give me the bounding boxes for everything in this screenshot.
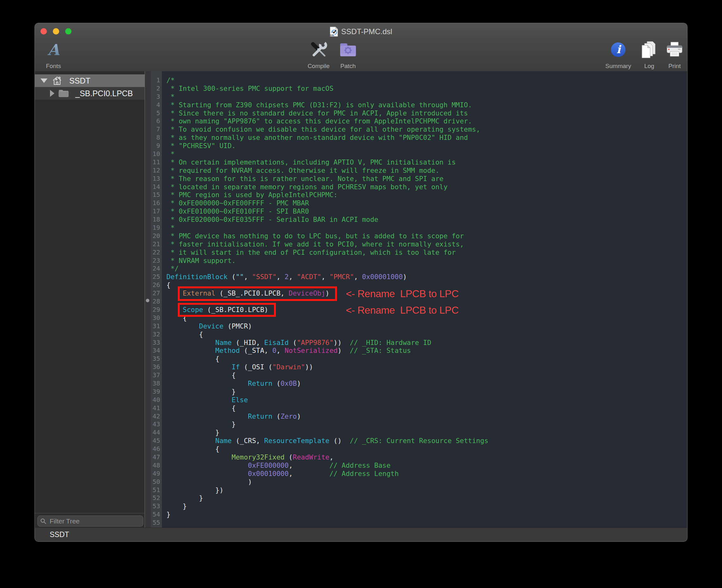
line-number: 23 <box>151 257 162 265</box>
code-line[interactable]: * <box>166 224 687 232</box>
code-line[interactable]: { <box>166 330 687 339</box>
line-number: 38 <box>151 379 162 388</box>
line-number: 31 <box>151 322 162 330</box>
code-line[interactable]: * located in separate memory regions and… <box>166 183 687 191</box>
line-number: 17 <box>151 207 162 215</box>
code-line[interactable]: * On certain implementations, including … <box>166 158 687 166</box>
code-line[interactable]: } <box>166 420 687 428</box>
line-number: 14 <box>151 183 162 191</box>
line-number: 53 <box>151 502 162 510</box>
toolbar-label: Patch <box>340 63 356 69</box>
line-number: 46 <box>151 445 162 453</box>
code-line[interactable]: * Starting from Z390 chipsets PMC (D31:F… <box>166 101 687 109</box>
code-line[interactable]: * PMC device has nothing to do to LPC bu… <box>166 232 687 240</box>
code-line[interactable]: { <box>166 445 687 453</box>
code-line[interactable]: * 0xFE010000~0xFE010FFF - SPI BAR0 <box>166 207 687 215</box>
code-line[interactable]: Device (PMCR) <box>166 322 687 330</box>
line-number: 32 <box>151 330 162 339</box>
code-line[interactable]: DefinitionBlock ("", "SSDT", 2, "ACDT", … <box>166 273 687 281</box>
toolbar-patch-button[interactable]: Patch <box>326 40 370 69</box>
code-line[interactable]: 0xFE000000, // Address Base <box>166 461 687 470</box>
code-line[interactable]: * 0xFE020000~0xFE035FFF - SerialIo BAR i… <box>166 215 687 224</box>
line-number: 39 <box>151 388 162 396</box>
minimize-button[interactable] <box>53 28 59 35</box>
line-number: 15 <box>151 191 162 199</box>
code-line[interactable]: If (_OSI ("Darwin")) <box>166 363 687 371</box>
line-number: 16 <box>151 199 162 207</box>
code-line[interactable]: * it will start in the end of PCI config… <box>166 248 687 257</box>
code-line[interactable]: ) <box>166 478 687 486</box>
code-line[interactable]: } <box>166 428 687 437</box>
code-line[interactable]: * <box>166 150 687 158</box>
line-number: 19 <box>151 224 162 232</box>
code-line[interactable]: Method (_STA, 0, NotSerialized) // _STA:… <box>166 346 687 355</box>
code-line[interactable]: /* <box>166 76 687 84</box>
line-number: 8 <box>151 133 162 142</box>
toolbar-fonts-button[interactable]: A Fonts <box>35 40 76 69</box>
code-line[interactable]: * The reason for this is rather unclear.… <box>166 175 687 183</box>
close-button[interactable] <box>41 28 47 35</box>
code-line[interactable]: Return (0x0B) <box>166 379 687 388</box>
tree-item-ssdt[interactable]: SSDT <box>35 75 145 87</box>
code-line[interactable] <box>166 519 687 527</box>
tree-item-label: SSDT <box>69 76 90 85</box>
code-line[interactable]: Else <box>166 396 687 404</box>
disclosure-open-icon[interactable] <box>41 79 47 83</box>
line-number: 42 <box>151 412 162 421</box>
status-bar: SSDT <box>35 528 687 542</box>
line-number: 40 <box>151 396 162 404</box>
line-number: 50 <box>151 478 162 486</box>
line-number: 48 <box>151 461 162 470</box>
gutter-numbers: 1234567891011121314151617181920212223242… <box>151 71 162 528</box>
code-line[interactable]: { <box>166 404 687 412</box>
code-line[interactable]: { <box>166 371 687 379</box>
line-number: 11 <box>151 158 162 166</box>
filter-tree-box <box>37 516 143 527</box>
window-title-group: DSL SSDT-PMC.dsl <box>330 26 392 37</box>
line-number: 54 <box>151 510 162 519</box>
search-icon <box>40 518 46 524</box>
code-line[interactable]: * as they normally use another non-stand… <box>166 133 687 142</box>
info-icon: i <box>610 40 626 59</box>
code-line[interactable]: * PMC region is used by AppleIntelPCHPMC… <box>166 191 687 199</box>
line-number: 12 <box>151 166 162 175</box>
code-line[interactable]: * 0xFE000000~0xFE00FFFF - PMC MBAR <box>166 199 687 207</box>
code-line[interactable]: * To avoid confusion we disable this dev… <box>166 125 687 133</box>
tree-item-sb-pci0-lpcb[interactable]: _SB.PCI0.LPCB <box>35 87 145 100</box>
toolbar-label: Print <box>668 63 681 69</box>
line-number: 18 <box>151 215 162 224</box>
code-line[interactable]: Name (_HID, EisaId ("APP9876")) // _HID:… <box>166 339 687 347</box>
code-line[interactable]: } <box>166 510 687 519</box>
line-number: 35 <box>151 355 162 363</box>
code-line[interactable]: * NVRAM support. <box>166 257 687 265</box>
code-line[interactable]: * Since there is no standard device for … <box>166 109 687 118</box>
disclosure-closed-icon[interactable] <box>50 90 55 97</box>
code-line[interactable]: } <box>166 494 687 502</box>
code-line[interactable]: * <box>166 93 687 101</box>
code-line[interactable]: Name (_CRS, ResourceTemplate () // _CRS:… <box>166 437 687 445</box>
filter-tree-input[interactable] <box>49 517 141 525</box>
code-line[interactable]: Memory32Fixed (ReadWrite, <box>166 453 687 461</box>
code-line[interactable]: } <box>166 502 687 510</box>
line-number: 34 <box>151 346 162 355</box>
line-number: 52 <box>151 494 162 502</box>
code-line[interactable]: 0x00010000, // Address Length <box>166 470 687 478</box>
code-line[interactable]: Return (Zero) <box>166 412 687 421</box>
code-line[interactable]: * required for NVRAM access. Otherwise i… <box>166 166 687 175</box>
line-number: 24 <box>151 265 162 273</box>
code-line[interactable]: * Intel 300-series PMC support for macOS <box>166 84 687 93</box>
code-line[interactable]: * faster initialisation. If we add it to… <box>166 240 687 248</box>
code-line[interactable]: */ <box>166 265 687 273</box>
line-number: 29 <box>151 306 162 314</box>
code-line[interactable]: * own naming "APP9876" to access this de… <box>166 117 687 125</box>
code-line[interactable]: { <box>166 355 687 363</box>
line-number: 5 <box>151 109 162 118</box>
line-number: 22 <box>151 248 162 257</box>
code-line[interactable]: }) <box>166 486 687 494</box>
line-number: 27 <box>151 289 162 297</box>
zoom-button[interactable] <box>65 28 71 35</box>
code-line[interactable]: } <box>166 388 687 396</box>
code-line[interactable]: * "PCHRESV" UID. <box>166 142 687 150</box>
toolbar-print-button[interactable]: Print <box>652 40 687 69</box>
line-number: 45 <box>151 437 162 445</box>
